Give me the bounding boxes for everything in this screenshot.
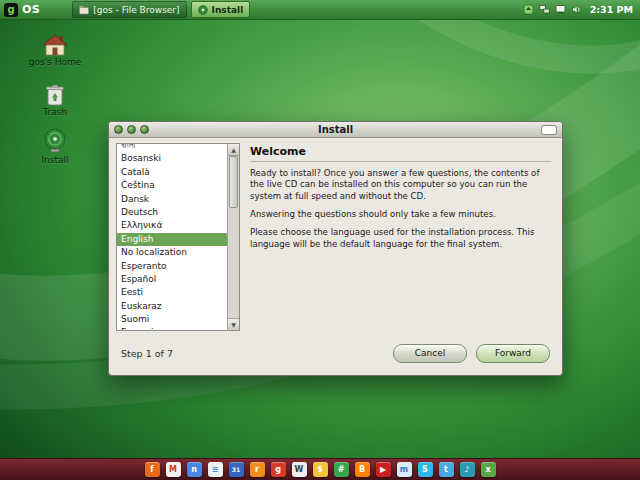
dock-icons: fMn≡31rgW$#B▶mSt♪x — [145, 462, 496, 477]
maximize-button[interactable] — [140, 125, 149, 134]
skype-icon[interactable]: S — [418, 462, 433, 477]
install-cd-icon — [198, 5, 208, 15]
language-option[interactable]: Eesti — [117, 286, 227, 299]
language-option[interactable]: Français — [117, 326, 227, 330]
welcome-paragraph: Please choose the language used for the … — [250, 227, 551, 250]
wikipedia-icon[interactable]: W — [292, 462, 307, 477]
language-option[interactable]: English — [117, 233, 227, 246]
close-button[interactable] — [114, 125, 123, 134]
scroll-thumb[interactable] — [229, 156, 238, 208]
google-docs-icon[interactable]: ≡ — [208, 462, 223, 477]
top-panel: g OS [gos - File Browser] Install — [0, 0, 640, 20]
blogger-icon[interactable]: B — [355, 462, 370, 477]
network-icon[interactable] — [539, 4, 550, 15]
minimize-button[interactable] — [127, 125, 136, 134]
firefox-icon[interactable]: f — [145, 462, 160, 477]
install-window: Install বাংলাBosanskiCatalàČeštinaDanskD… — [108, 121, 563, 376]
taskbar-item-label: Install — [212, 5, 244, 15]
language-option[interactable]: Català — [117, 166, 227, 179]
welcome-paragraph: Ready to install? Once you answer a few … — [250, 168, 551, 202]
xine-icon[interactable]: x — [481, 462, 496, 477]
language-option[interactable]: Euskaraz — [117, 300, 227, 313]
scroll-down-button[interactable]: ▼ — [228, 318, 239, 330]
welcome-paragraph: Answering the questions should only take… — [250, 209, 551, 220]
google-spreadsheets-icon[interactable]: # — [334, 462, 349, 477]
clock[interactable]: 2:31 PM — [587, 4, 636, 15]
welcome-heading: Welcome — [250, 145, 551, 158]
language-option[interactable]: Ελληνικά — [117, 219, 227, 232]
window-titlebar[interactable]: Install — [109, 122, 562, 138]
language-option[interactable]: Suomi — [117, 313, 227, 326]
desktop-icon-home[interactable]: gos's Home — [26, 33, 84, 68]
gos-menu-button[interactable]: g — [4, 3, 18, 17]
scroll-up-button[interactable]: ▲ — [228, 144, 239, 156]
rhapsody-icon[interactable]: ♪ — [460, 462, 475, 477]
dock: fMn≡31rgW$#B▶mSt♪x — [0, 458, 640, 480]
google-search-icon[interactable]: g — [271, 462, 286, 477]
forward-button[interactable]: Forward — [476, 344, 550, 363]
language-option[interactable]: Esperanto — [117, 260, 227, 273]
trash-icon — [45, 84, 65, 107]
meebo-icon[interactable]: m — [397, 462, 412, 477]
install-disc-icon — [42, 128, 68, 155]
language-option[interactable]: Deutsch — [117, 206, 227, 219]
language-option[interactable]: Bosanski — [117, 152, 227, 165]
welcome-pane: Welcome Ready to install? Once you answe… — [248, 143, 555, 331]
language-option[interactable]: Dansk — [117, 193, 227, 206]
home-icon — [41, 33, 69, 57]
desktop-icon-label: Trash — [26, 108, 84, 118]
taskbar-item-file-browser[interactable]: [gos - File Browser] — [72, 1, 186, 18]
panel-logo-text: OS — [22, 3, 40, 16]
language-option[interactable]: বাংলা — [117, 144, 227, 152]
software-update-icon[interactable] — [523, 4, 534, 15]
google-reader-icon[interactable]: r — [250, 462, 265, 477]
shade-button[interactable] — [541, 125, 557, 135]
step-indicator: Step 1 of 7 — [121, 348, 173, 359]
google-news-icon[interactable]: n — [187, 462, 202, 477]
display-icon[interactable] — [555, 4, 566, 15]
google-calendar-icon[interactable]: 31 — [229, 462, 244, 477]
language-option[interactable]: Español — [117, 273, 227, 286]
heading-divider — [250, 161, 551, 162]
desktop-icon-label: Install — [26, 156, 84, 166]
taskbar-item-install[interactable]: Install — [191, 1, 251, 18]
gmail-icon[interactable]: M — [166, 462, 181, 477]
language-option[interactable]: Čeština — [117, 179, 227, 192]
youtube-icon[interactable]: ▶ — [376, 462, 391, 477]
google-product-search-icon[interactable]: $ — [313, 462, 328, 477]
desktop-icon-trash[interactable]: Trash — [26, 84, 84, 118]
language-pane: বাংলাBosanskiCatalàČeštinaDanskDeutschΕλ… — [116, 143, 240, 331]
window-title: Install — [109, 124, 562, 135]
folder-icon — [79, 5, 89, 15]
desktop-icon-install[interactable]: Install — [26, 128, 84, 166]
desktop-icon-label: gos's Home — [26, 58, 84, 68]
scrollbar[interactable]: ▲ ▼ — [227, 144, 239, 330]
gos-logo-icon: g — [7, 5, 14, 15]
language-list: বাংলাBosanskiCatalàČeštinaDanskDeutschΕλ… — [117, 144, 227, 330]
window-statusbar: Step 1 of 7 Cancel Forward — [109, 337, 562, 375]
cancel-button[interactable]: Cancel — [393, 344, 467, 363]
gtalk-icon[interactable]: t — [439, 462, 454, 477]
taskbar-item-label: [gos - File Browser] — [93, 5, 179, 15]
language-option[interactable]: No localization — [117, 246, 227, 259]
system-tray: 2:31 PM — [523, 4, 636, 15]
volume-icon[interactable] — [571, 4, 582, 15]
